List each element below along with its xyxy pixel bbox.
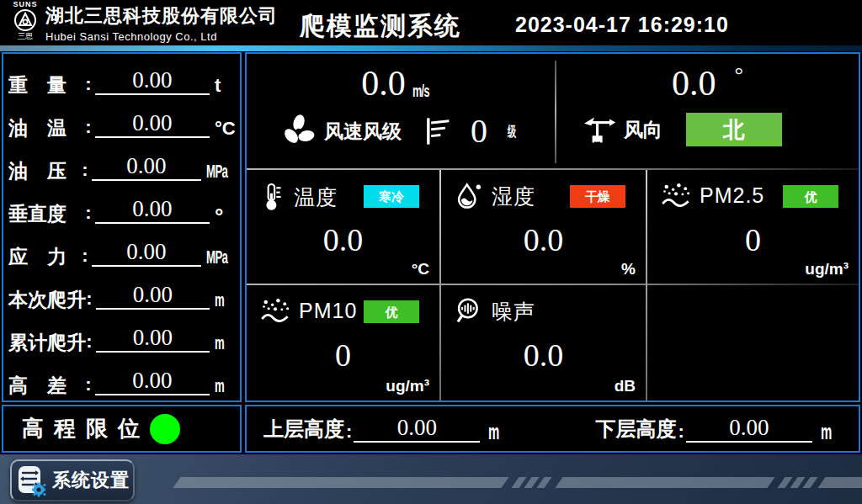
sensor-unit: ug/m³ — [386, 377, 429, 395]
company-name-en: Hubei Sansi Technology Co., Ltd — [45, 30, 278, 43]
wind-level-value: 0 — [471, 114, 487, 148]
grid-separator-vertical-2 — [646, 170, 647, 401]
temperature-status-badge: 寒冷 — [364, 185, 419, 208]
metric-label: 本次爬升 — [8, 289, 84, 310]
grid-separator-vertical-1 — [439, 170, 441, 401]
metric-value: 0.00 — [96, 284, 210, 310]
lower-height-group: 下层高度 : 0.00 m — [596, 416, 839, 443]
metric-row-oil-pressure: 油 压 : 0.00 MPa — [3, 142, 240, 185]
metric-label: 重 量 — [8, 75, 83, 95]
metric-unit: °C — [215, 119, 240, 138]
thermometer-icon — [260, 182, 285, 212]
footer-bar: 系统设置 — [0, 454, 862, 504]
sensor-unit: dB — [615, 377, 636, 395]
sensor-value: 0.0 — [248, 224, 438, 256]
page-title: 爬模监测系统 — [300, 9, 461, 44]
metric-value: 0.00 — [95, 69, 210, 95]
metrics-panel: 重 量 : 0.00 t 油 温 : 0.00 °C 油 压 : 0.00 MP… — [2, 52, 242, 402]
upper-height-value: 0.00 — [354, 416, 480, 443]
upper-height-group: 上层高度 : 0.00 m — [263, 416, 507, 443]
dust-icon — [260, 297, 290, 324]
colon: : — [83, 202, 93, 224]
grid-separator-horizontal-2 — [247, 284, 859, 285]
colon: : — [84, 288, 94, 310]
colon: : — [80, 159, 89, 181]
sensor-cell-humidity: 湿度 干燥 0.0 % — [443, 172, 644, 282]
grid-separator-horizontal-1 — [247, 168, 859, 170]
decor-stripe — [173, 477, 508, 488]
wind-speed-unit: m/s — [412, 81, 429, 101]
sansi-logo-icon — [13, 8, 37, 32]
metric-label: 累计爬升 — [8, 332, 84, 353]
metric-row-current-climb: 本次爬升 : 0.00 m — [3, 271, 240, 314]
datetime-display: 2023-04-17 16:29:10 — [515, 13, 729, 37]
colon: : — [84, 331, 94, 353]
wind-speed-section: 0.0 m/s 风速风级 — [247, 54, 555, 168]
company-logo: SUNS 三思 — [7, 1, 44, 40]
metric-unit: MPa — [206, 162, 227, 181]
sensor-value: 0 — [649, 224, 857, 256]
humidity-status-badge: 干燥 — [570, 185, 625, 208]
metric-value: 0.00 — [95, 112, 210, 138]
colon: : — [346, 421, 352, 443]
sensor-unit: °C — [412, 260, 429, 279]
metric-label: 应 力 — [8, 247, 80, 267]
header-gradient-strip — [0, 45, 862, 51]
wind-vane-icon — [582, 114, 617, 145]
metric-row-stress: 应 力 : 0.00 MPa — [3, 228, 240, 271]
sensor-value: 0 — [248, 339, 438, 371]
metric-row-height-diff: 高 差 : 0.00 m — [3, 357, 240, 400]
logo-text-sansi: 三思 — [7, 33, 44, 40]
monitor-screen: SUNS 三思 湖北三思科技股份有限公司 Hubei Sansi Technol… — [0, 0, 862, 504]
sensor-label: 温度 — [294, 183, 338, 211]
sensor-cell-pm10: PM10 优 0 ug/m³ — [248, 287, 438, 399]
metric-row-verticality: 垂直度 : 0.00 ° — [3, 185, 240, 228]
system-settings-button[interactable]: 系统设置 — [10, 459, 135, 501]
metric-unit: t — [215, 77, 240, 95]
sensor-unit: % — [621, 260, 636, 279]
metric-unit: MPa — [206, 248, 227, 267]
metric-unit: ° — [215, 209, 240, 224]
decor-slash — [802, 477, 817, 488]
upper-height-label: 上层高度 — [263, 416, 344, 443]
wind-direction-value: 0.0 — [672, 66, 716, 101]
metric-value: 0.00 — [96, 326, 210, 353]
logo-text-suns: SUNS — [7, 1, 44, 8]
colon: : — [83, 116, 93, 138]
metric-unit: m — [215, 334, 224, 353]
elevation-limit-indicator — [150, 414, 180, 444]
gear-icon — [32, 483, 46, 497]
metric-row-oil-temp: 油 温 : 0.00 °C — [3, 99, 240, 142]
sensor-value: 0.0 — [443, 339, 644, 371]
sensor-cell-temperature: 温度 寒冷 0.0 °C — [248, 172, 438, 282]
wind-direction-unit: ° — [735, 64, 743, 86]
metric-value: 0.00 — [92, 155, 202, 181]
metric-label: 油 压 — [8, 161, 80, 181]
wind-level-icon — [423, 115, 452, 147]
wind-speed-label: 风速风级 — [324, 119, 402, 145]
lower-height-value: 0.00 — [686, 416, 812, 443]
sensor-cell-noise: 噪声 0.0 dB — [443, 287, 644, 399]
sensor-value: 0.0 — [443, 224, 644, 256]
sensor-unit: ug/m³ — [805, 260, 849, 279]
pm25-status-badge: 优 — [783, 185, 838, 208]
wind-level-unit: 级 — [508, 122, 516, 141]
company-name: 湖北三思科技股份有限公司 Hubei Sansi Technology Co.,… — [45, 3, 278, 43]
wind-divider — [555, 61, 556, 163]
metric-unit: m — [215, 377, 224, 395]
colon: : — [678, 421, 684, 443]
lower-height-label: 下层高度 — [596, 416, 677, 443]
decor-stripe — [817, 477, 862, 488]
sensor-label: PM2.5 — [700, 183, 764, 208]
elevation-limit-label: 高程限位 — [22, 414, 150, 443]
lower-height-unit: m — [821, 422, 832, 443]
decor-stripe — [555, 477, 774, 488]
decor-slash — [536, 477, 551, 488]
metric-label: 高 差 — [8, 375, 83, 395]
colon: : — [83, 374, 93, 395]
fan-icon — [280, 113, 317, 150]
sensor-label: PM10 — [299, 299, 357, 323]
sensor-cell-pm25: PM2.5 优 0 ug/m³ — [649, 172, 857, 282]
settings-sliders-icon — [15, 464, 47, 497]
noise-meter-icon — [455, 297, 483, 326]
